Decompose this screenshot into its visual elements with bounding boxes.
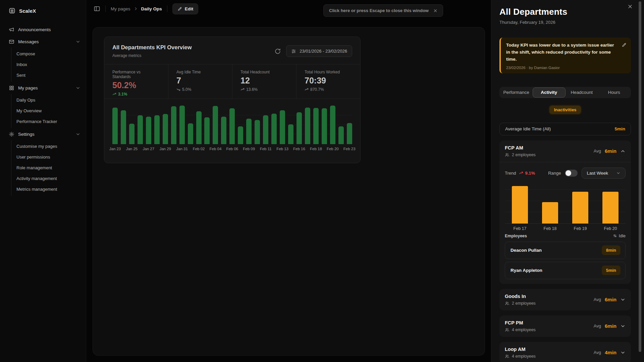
details-panel: All Departments Thursday, February 19, 2… [491, 0, 644, 362]
trend-down-icon [176, 87, 180, 92]
tab-hours[interactable]: Hours [598, 87, 631, 98]
kpi-delta-value: 13.6% [246, 87, 258, 92]
tab-performance[interactable]: Performance [500, 87, 533, 98]
tab-headcount[interactable]: Headcount [566, 87, 598, 98]
sidebar-item-label: My pages [18, 85, 75, 90]
sidebar-nav: Announcements Messages Compose Inbox Sen… [0, 23, 86, 196]
sidebar-item-performance-tracker[interactable]: Performance Tracker [11, 116, 86, 127]
x-axis-tick-label: Jan 23 [109, 147, 121, 151]
trend-up-icon [112, 92, 116, 96]
app-logo[interactable]: ScaleX [0, 0, 86, 14]
bar [338, 126, 344, 144]
x-axis-tick-label: Jan 31 [176, 147, 188, 151]
sidebar-item-daily-ops[interactable]: Daily Ops [11, 95, 86, 105]
bar [347, 123, 352, 144]
bar-slot: Jan 31 [179, 106, 185, 144]
range-select[interactable]: Last Week [582, 168, 626, 179]
sidebar-item-messages[interactable]: Messages [0, 36, 86, 48]
sidebar-item-role-management[interactable]: Role management [11, 162, 86, 173]
bar [542, 202, 558, 224]
bar-slot: Feb 20 [330, 106, 335, 144]
avg-value: 6min [605, 323, 616, 329]
kpi-tiles-row: Performance vs Standards 50.2% 3.1% Avg … [104, 64, 360, 99]
bar-slot: Feb 06 [229, 106, 235, 144]
people-icon [505, 301, 509, 306]
range-toggle[interactable] [565, 170, 578, 177]
department-body: Trend 9.1% Range Last Week [499, 162, 631, 284]
avg-value: 6min [605, 148, 616, 154]
topbar-divider [167, 5, 167, 12]
topbar-divider [105, 5, 106, 12]
bar-slot [154, 106, 160, 144]
chevron-up-icon[interactable] [620, 148, 626, 154]
panel-close-icon[interactable] [628, 4, 633, 9]
bar [255, 120, 260, 144]
bar [112, 108, 118, 144]
sidebar-item-compose[interactable]: Compose [11, 48, 86, 59]
department-header[interactable]: Goods In 2 employees Avg 6min [499, 289, 631, 310]
refresh-icon[interactable] [275, 48, 281, 54]
x-axis-tick-label: Jan 27 [143, 147, 155, 151]
employee-row[interactable]: Ryan Appleton 5min [505, 262, 626, 279]
sidebar-item-activity-management[interactable]: Activity management [11, 173, 86, 184]
sidebar-item-my-pages[interactable]: My pages [0, 82, 86, 94]
bar-slot: Jan 25 [129, 106, 135, 144]
chevron-down-icon[interactable] [620, 297, 626, 302]
department-header[interactable]: FCP PM 4 employees Avg 6min [499, 315, 631, 337]
sidebar-toggle-icon[interactable] [94, 5, 100, 12]
x-axis-tick-label: Feb 06 [226, 147, 238, 151]
date-range-button[interactable]: 23/01/2026 - 23/02/2026 [286, 45, 352, 57]
kpi-tile-label: Performance vs Standards [112, 70, 160, 79]
x-axis-tick-label: Feb 19 [574, 226, 587, 231]
sidebar-item-metrics-management[interactable]: Metrics management [11, 184, 86, 194]
inactivities-badge[interactable]: Inactivities [549, 106, 581, 114]
department-employee-count: 4 employees [505, 354, 536, 359]
kpi-tile-value: 70:39 [305, 76, 352, 85]
notification-text: Click here or press Escape to close this… [329, 8, 429, 13]
bar [330, 106, 335, 144]
bar [322, 108, 327, 144]
department-name: FCP AM [505, 145, 536, 150]
trend-percent: 9.1% [525, 171, 535, 176]
sidebar-item-sent[interactable]: Sent [11, 70, 86, 80]
kpi-delta-value: 870.7% [310, 87, 324, 92]
employee-row[interactable]: Deacon Pullan 8min [505, 242, 626, 259]
close-window-notification[interactable]: Click here or press Escape to close this… [323, 4, 443, 17]
panel-date: Thursday, February 19, 2026 [499, 20, 631, 25]
chevron-down-icon[interactable] [620, 350, 626, 355]
settings-subgroup: Customise my pages User permissions Role… [11, 140, 86, 196]
sidebar-item-customise-my-pages[interactable]: Customise my pages [11, 141, 86, 152]
badge-row: Inactivities [499, 106, 631, 114]
tab-activity[interactable]: Activity [533, 87, 566, 98]
app-name: ScaleX [19, 8, 36, 14]
department-header[interactable]: Loop AM 4 employees Avg 4min [499, 342, 631, 362]
trend-up-icon [519, 171, 523, 175]
bar-slot [338, 106, 344, 144]
edit-note-pencil-icon[interactable] [622, 42, 627, 47]
bar [280, 110, 285, 144]
panel-scrollbar[interactable] [639, 1, 641, 352]
kpi-tile-performance: Performance vs Standards 50.2% 3.1% [104, 64, 168, 99]
sort-by-idle[interactable]: Idle [613, 234, 626, 238]
sidebar-item-my-overview[interactable]: My Overview [11, 105, 86, 116]
sidebar-item-inbox[interactable]: Inbox [11, 59, 86, 70]
idle-trend-bar-chart: Feb 17Feb 18Feb 19Feb 20 [505, 186, 626, 224]
sidebar-item-announcements[interactable]: Announcements [0, 23, 86, 36]
sidebar-item-user-permissions[interactable]: User permissions [11, 152, 86, 162]
bar-slot: Feb 02 [196, 106, 202, 144]
bar [171, 106, 176, 144]
close-icon[interactable] [433, 9, 437, 13]
sidebar-item-settings[interactable]: Settings [0, 128, 86, 140]
edit-button[interactable]: Edit [172, 3, 199, 14]
department-card-fcp-am: FCP AM 2 employees Avg 6min [499, 140, 631, 284]
kpi-card-title: All Departments KPI Overview [112, 44, 192, 51]
department-card-loop-am: Loop AM 4 employees Avg 4min [499, 342, 631, 362]
bar [196, 111, 202, 144]
chevron-down-icon[interactable] [620, 323, 626, 329]
sidebar-item-label: Announcements [18, 27, 80, 32]
note-text: Today KPI was lower due to a system issu… [506, 42, 616, 63]
x-axis-tick-label: Feb 18 [544, 226, 557, 231]
breadcrumb-parent[interactable]: My pages [111, 6, 130, 11]
trend-row: Trend 9.1% Range Last Week [505, 168, 626, 179]
department-header[interactable]: FCP AM 2 employees Avg 6min [499, 140, 631, 162]
